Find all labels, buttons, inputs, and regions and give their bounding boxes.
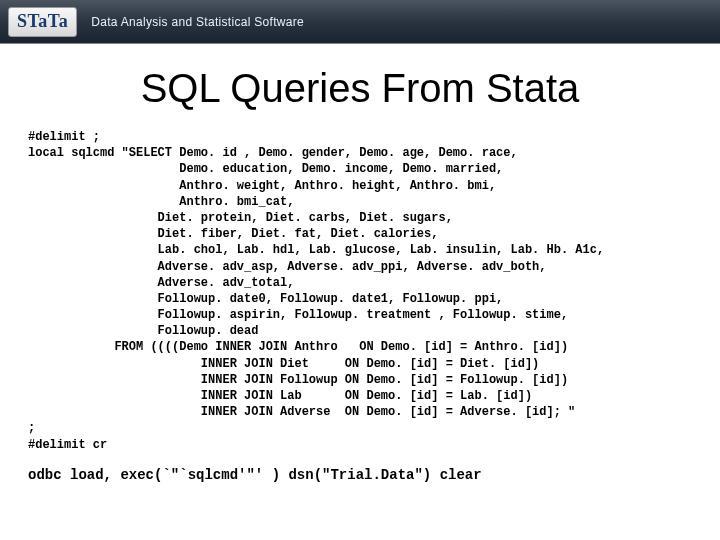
tagline: Data Analysis and Statistical Software: [91, 15, 304, 29]
slide-title: SQL Queries From Stata: [0, 66, 720, 111]
code-line: Adverse. adv_total,: [28, 276, 294, 290]
code-line: INNER JOIN Lab ON Demo. [id] = Lab. [id]…: [28, 389, 532, 403]
code-line: Followup. dead: [28, 324, 258, 338]
code-line: Diet. protein, Diet. carbs, Diet. sugars…: [28, 211, 453, 225]
code-line: #delimit ;: [28, 130, 100, 144]
code-line: Adverse. adv_asp, Adverse. adv_ppi, Adve…: [28, 260, 546, 274]
code-line: ;: [28, 421, 35, 435]
code-line: INNER JOIN Adverse ON Demo. [id] = Adver…: [28, 405, 575, 419]
code-line: Followup. aspirin, Followup. treatment ,…: [28, 308, 568, 322]
code-line: Lab. chol, Lab. hdl, Lab. glucose, Lab. …: [28, 243, 604, 257]
code-line: INNER JOIN Followup ON Demo. [id] = Foll…: [28, 373, 568, 387]
code-line: FROM ((((Demo INNER JOIN Anthro ON Demo.…: [28, 340, 568, 354]
code-line: Anthro. bmi_cat,: [28, 195, 294, 209]
code-line: Demo. education, Demo. income, Demo. mar…: [28, 162, 503, 176]
code-line: Anthro. weight, Anthro. height, Anthro. …: [28, 179, 496, 193]
code-line: Followup. date0, Followup. date1, Follow…: [28, 292, 503, 306]
logo-text: STaTa: [17, 11, 68, 32]
code-line: Diet. fiber, Diet. fat, Diet. calories,: [28, 227, 438, 241]
code-block: #delimit ; local sqlcmd "SELECT Demo. id…: [0, 129, 720, 453]
app-header: STaTa Data Analysis and Statistical Soft…: [0, 0, 720, 44]
code-line: #delimit cr: [28, 438, 107, 452]
code-line: local sqlcmd "SELECT Demo. id , Demo. ge…: [28, 146, 518, 160]
stata-logo: STaTa: [8, 7, 77, 37]
code-line: INNER JOIN Diet ON Demo. [id] = Diet. [i…: [28, 357, 539, 371]
odbc-command: odbc load, exec(`"`sqlcmd'"' ) dsn("Tria…: [0, 453, 720, 483]
